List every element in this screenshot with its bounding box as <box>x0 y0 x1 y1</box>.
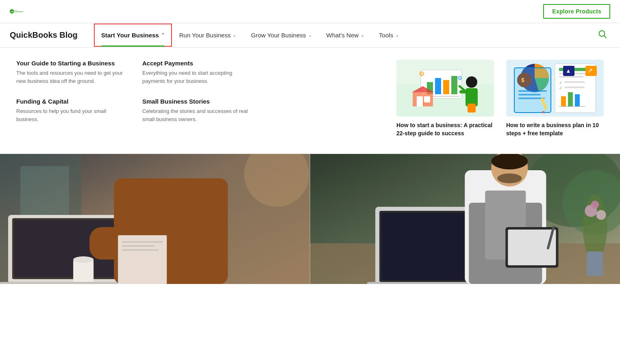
svg-point-88 <box>596 210 606 220</box>
dropdown-link-funding-desc: Resources to help you fund your small bu… <box>16 107 126 123</box>
svg-text:$: $ <box>521 77 524 83</box>
search-icon[interactable] <box>595 26 610 44</box>
svg-text:↗: ↗ <box>587 67 593 74</box>
nav-item-run-your-business[interactable]: Run Your Business ⌄ <box>172 24 244 47</box>
nav-item-grow-your-business[interactable]: Grow Your Business ⌄ <box>244 24 319 47</box>
svg-point-14 <box>466 76 477 88</box>
whats-new-label: What's New <box>326 32 359 39</box>
nav-bar: QuickBooks Blog Start Your Business ⌃ Ru… <box>0 23 620 48</box>
explore-products-button[interactable]: Explore Products <box>543 4 610 19</box>
svg-rect-90 <box>587 251 603 276</box>
article-card-2-title: How to write a business plan in 10 steps… <box>506 121 604 137</box>
svg-text:⚙: ⚙ <box>419 70 424 77</box>
svg-rect-29 <box>559 76 583 78</box>
article-card-2[interactable]: ✓ ✓ <box>506 60 604 137</box>
dropdown-link-group-payments: Accept Payments Everything you need to s… <box>142 60 252 85</box>
svg-point-46 <box>517 73 532 87</box>
svg-rect-23 <box>417 96 423 106</box>
blog-title: QuickBooks Blog <box>10 23 78 47</box>
svg-text:QB: QB <box>11 11 13 13</box>
top-bar: QB intuit quickbooks Explore Products <box>0 0 620 23</box>
svg-rect-10 <box>435 78 441 94</box>
svg-text:▲: ▲ <box>566 67 571 74</box>
bottom-image-right <box>310 154 620 284</box>
nav-item-tools[interactable]: Tools ⌄ <box>372 24 406 47</box>
tools-chevron: ⌄ <box>395 32 399 38</box>
svg-point-89 <box>591 201 599 209</box>
bottom-images <box>0 154 620 284</box>
dropdown-link-stories-desc: Celebrating the stories and successes of… <box>142 107 252 123</box>
tools-label: Tools <box>379 32 393 39</box>
svg-rect-41 <box>518 90 547 92</box>
logo-area: QB intuit quickbooks <box>10 4 24 19</box>
svg-rect-43 <box>518 98 545 99</box>
dropdown-articles: ⚙ ⚙ ⚙ How to start a business: A practic… <box>268 60 604 137</box>
svg-rect-42 <box>518 94 541 95</box>
article-card-1-image: ⚙ ⚙ ⚙ <box>396 60 494 117</box>
svg-text:✓: ✓ <box>559 86 562 90</box>
bottom-image-left <box>0 154 310 284</box>
svg-rect-33 <box>564 87 585 88</box>
dropdown-link-group-stories: Small Business Stories Celebrating the s… <box>142 98 252 123</box>
svg-rect-35 <box>568 92 573 106</box>
nav-item-whats-new[interactable]: What's New ⌄ <box>319 24 372 47</box>
svg-rect-11 <box>443 80 449 94</box>
svg-point-82 <box>497 173 522 183</box>
svg-rect-18 <box>468 104 476 113</box>
svg-rect-31 <box>564 81 585 83</box>
dropdown-link-group-funding: Funding & Capital Resources to help you … <box>16 98 126 123</box>
quickbooks-logo: QB intuit quickbooks <box>10 4 24 19</box>
dropdown-link-stories-title[interactable]: Small Business Stories <box>142 98 252 105</box>
article-card-1[interactable]: ⚙ ⚙ ⚙ How to start a business: A practic… <box>396 60 494 137</box>
run-your-business-label: Run Your Business <box>179 32 231 39</box>
svg-rect-68 <box>0 154 310 284</box>
article-card-2-image: ✓ ✓ <box>506 60 604 117</box>
svg-rect-36 <box>575 94 580 106</box>
dropdown-link-group-guide: Your Guide to Starting a Business The to… <box>16 60 126 85</box>
dropdown-links-col1: Your Guide to Starting a Business The to… <box>16 60 126 137</box>
svg-rect-34 <box>561 96 566 106</box>
start-your-business-chevron: ⌃ <box>161 32 165 38</box>
svg-rect-12 <box>451 76 457 94</box>
svg-line-5 <box>604 36 607 38</box>
dropdown-links-col2: Accept Payments Everything you need to s… <box>142 60 252 137</box>
whats-new-chevron: ⌄ <box>361 32 364 38</box>
dropdown-panel: Your Guide to Starting a Business The to… <box>0 48 620 154</box>
svg-text:quickbooks: quickbooks <box>15 11 24 13</box>
grow-your-business-label: Grow Your Business <box>251 32 306 39</box>
svg-rect-24 <box>424 96 430 102</box>
dropdown-link-guide-desc: The tools and resources you need to get … <box>16 69 126 85</box>
run-your-business-chevron: ⌄ <box>233 32 236 38</box>
svg-text:✓: ✓ <box>559 80 562 85</box>
dropdown-link-guide-title[interactable]: Your Guide to Starting a Business <box>16 60 126 67</box>
grow-your-business-chevron: ⌄ <box>308 32 312 38</box>
nav-item-start-your-business[interactable]: Start Your Business ⌃ <box>94 24 172 47</box>
nav-links: Start Your Business ⌃ Run Your Business … <box>94 24 610 47</box>
dropdown-link-payments-title[interactable]: Accept Payments <box>142 60 252 67</box>
dropdown-link-funding-title[interactable]: Funding & Capital <box>16 98 126 105</box>
svg-text:⚙: ⚙ <box>457 75 463 81</box>
start-your-business-label: Start Your Business <box>101 32 159 39</box>
dropdown-link-payments-desc: Everything you need to start accepting p… <box>142 69 252 85</box>
article-card-1-title: How to start a business: A practical 22-… <box>396 121 494 137</box>
